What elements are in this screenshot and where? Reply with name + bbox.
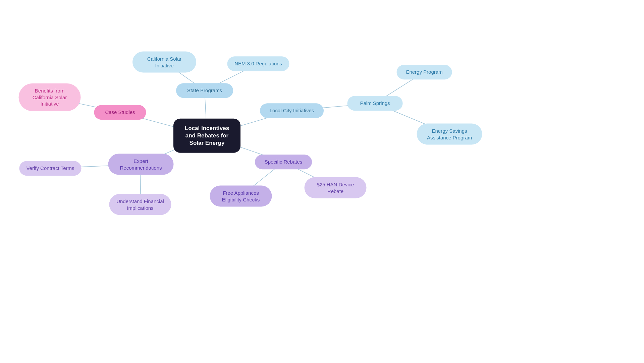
node-case-studies[interactable]: Case Studies (94, 105, 146, 120)
node-benefits-csi[interactable]: Benefits from California Solar Initiativ… (19, 83, 81, 111)
node-specific-rebates[interactable]: Specific Rebates (255, 155, 312, 169)
node-expert-recommendations[interactable]: Expert Recommendations (108, 154, 174, 175)
node-local-city[interactable]: Local City Initiatives (260, 103, 324, 118)
node-understand-financial[interactable]: Understand Financial Implications (109, 194, 171, 215)
node-nem-regulations[interactable]: NEM 3.0 Regulations (227, 56, 289, 71)
node-free-appliances[interactable]: Free Appliances Eligibility Checks (210, 186, 272, 207)
node-verify-contract[interactable]: Verify Contract Terms (19, 161, 82, 176)
node-han-device[interactable]: $25 HAN Device Rebate (305, 177, 367, 198)
node-state-programs[interactable]: State Programs (176, 83, 233, 98)
node-energy-savings[interactable]: Energy Savings Assistance Program (417, 124, 482, 145)
node-california-solar[interactable]: California Solar Initiative (132, 52, 196, 73)
node-energy-program[interactable]: Energy Program (397, 65, 452, 79)
node-palm-springs[interactable]: Palm Springs (347, 96, 403, 111)
mindmap-container: Local Incentives and Rebates for Solar E… (0, 0, 644, 363)
node-center[interactable]: Local Incentives and Rebates for Solar E… (173, 119, 240, 153)
